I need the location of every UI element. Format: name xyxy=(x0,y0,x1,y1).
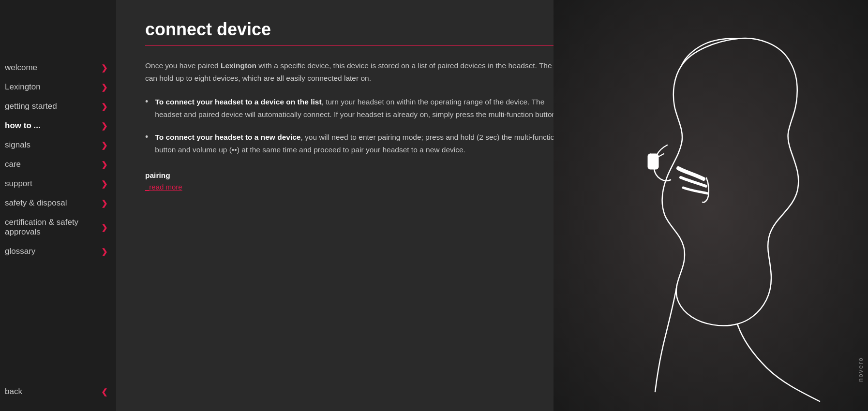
sidebar-item-arrow-icon: ❯ xyxy=(101,160,107,169)
sidebar-item-label: getting started xyxy=(5,102,57,111)
sidebar-item-arrow-icon: ❯ xyxy=(101,247,107,256)
sidebar-item-arrow-icon: ❯ xyxy=(101,121,107,131)
product-illustration: novero xyxy=(554,0,868,411)
sidebar-item-arrow-icon: ❯ xyxy=(101,223,107,232)
sidebar-item-safety-disposal[interactable]: safety & disposal❯ xyxy=(0,193,116,213)
sidebar: welcome❯Lexington❯getting started❯how to… xyxy=(0,0,116,411)
pairing-title: pairing xyxy=(145,171,571,180)
nav-list: welcome❯Lexington❯getting started❯how to… xyxy=(0,58,116,261)
main-content: novero connect device Once you have pair… xyxy=(116,0,868,411)
back-arrow-icon: ❮ xyxy=(101,387,107,396)
bullet-text-1: To connect your headset to a new device,… xyxy=(155,131,571,156)
svg-rect-4 xyxy=(648,154,658,169)
sidebar-item-arrow-icon: ❯ xyxy=(101,141,107,150)
sidebar-item-lexington[interactable]: Lexington❯ xyxy=(0,77,116,97)
sidebar-item-arrow-icon: ❯ xyxy=(101,63,107,73)
bullet-dot-icon: • xyxy=(145,132,148,142)
sidebar-item-getting-started[interactable]: getting started❯ xyxy=(0,97,116,116)
bullet-item-1: •To connect your headset to a new device… xyxy=(145,131,571,156)
bullet-item-0: •To connect your headset to a device on … xyxy=(145,96,571,120)
pairing-section: pairing _read more xyxy=(145,171,571,191)
svg-rect-3 xyxy=(554,0,868,411)
sidebar-item-signals[interactable]: signals❯ xyxy=(0,135,116,155)
sidebar-item-label: certification & safety approvals xyxy=(5,218,101,237)
read-more-link[interactable]: _read more xyxy=(145,183,182,191)
sidebar-item-arrow-icon: ❯ xyxy=(101,179,107,189)
sidebar-item-label: how to ... xyxy=(5,121,41,131)
sidebar-item-how-to[interactable]: how to ...❯ xyxy=(0,116,116,135)
sidebar-item-label: support xyxy=(5,179,32,189)
sidebar-item-label: welcome xyxy=(5,63,37,73)
sidebar-item-label: signals xyxy=(5,140,30,150)
bullet-list: •To connect your headset to a device on … xyxy=(145,96,571,166)
intro-paragraph: Once you have paired Lexington with a sp… xyxy=(145,59,571,84)
back-button[interactable]: back ❮ xyxy=(0,382,116,401)
sidebar-item-label: Lexington xyxy=(5,82,41,92)
sidebar-item-glossary[interactable]: glossary❯ xyxy=(0,242,116,261)
back-label: back xyxy=(5,387,22,396)
sidebar-item-care[interactable]: care❯ xyxy=(0,155,116,174)
bullet-text-0: To connect your headset to a device on t… xyxy=(155,96,571,120)
head-silhouette-svg xyxy=(554,0,868,411)
sidebar-item-arrow-icon: ❯ xyxy=(101,102,107,111)
sidebar-item-label: glossary xyxy=(5,247,35,256)
brand-text: novero xyxy=(857,357,864,382)
sidebar-item-certification[interactable]: certification & safety approvals❯ xyxy=(0,213,116,242)
sidebar-item-arrow-icon: ❯ xyxy=(101,199,107,208)
sidebar-item-support[interactable]: support❯ xyxy=(0,174,116,193)
bullet-dot-icon: • xyxy=(145,97,148,107)
sidebar-item-arrow-icon: ❯ xyxy=(101,83,107,92)
sidebar-item-label: care xyxy=(5,160,21,169)
sidebar-item-welcome[interactable]: welcome❯ xyxy=(0,58,116,77)
sidebar-item-label: safety & disposal xyxy=(5,198,67,208)
